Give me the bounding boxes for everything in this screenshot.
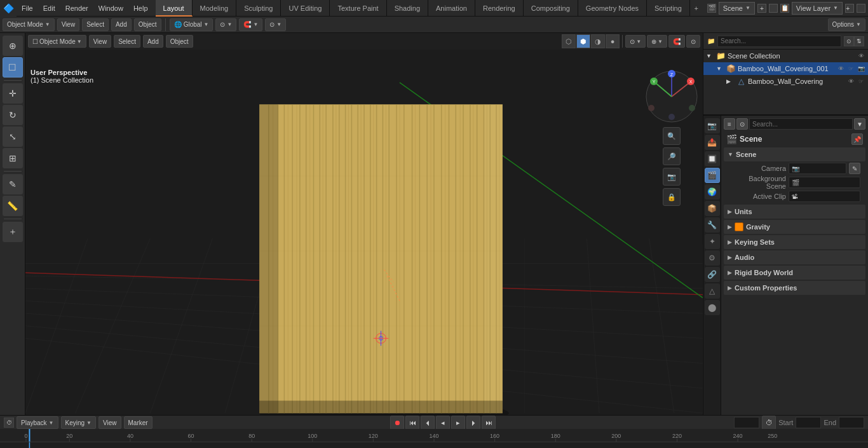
menu-file[interactable]: File <box>17 0 38 17</box>
fps-indicator[interactable]: ⏱ <box>762 416 776 430</box>
menu-render[interactable]: Render <box>60 0 93 17</box>
outliner-item-bamboo-001[interactable]: ▼ 📦 Bamboo_Wall_Covering_001 👁 ☞ 📷 <box>703 62 868 75</box>
camera-edit-icon[interactable]: ✎ <box>849 163 860 174</box>
lookdev-mode-btn[interactable]: ◑ <box>591 34 605 48</box>
rigid-body-section-header[interactable]: ▶ Rigid Body World <box>724 266 865 280</box>
view-menu-timeline[interactable]: View <box>98 416 121 429</box>
menu-help[interactable]: Help <box>128 0 153 17</box>
scene-delete-icon[interactable] <box>769 4 778 13</box>
viewport-proportional-toggle[interactable]: ⊙ <box>686 35 700 48</box>
play-reverse-btn[interactable]: ◂ <box>436 416 450 430</box>
cursor-tool[interactable]: ⊕ <box>3 36 23 56</box>
prop-filter-btn[interactable]: ▼ <box>854 118 865 130</box>
outliner-item-bamboo-mesh[interactable]: ▶ △ Bamboo_Wall_Covering 👁 ☞ <box>703 75 868 88</box>
tab-layout[interactable]: Layout <box>156 0 193 17</box>
solid-mode-btn[interactable]: ⬢ <box>576 34 590 48</box>
background-scene-value[interactable]: 🎬 <box>789 177 860 188</box>
frame-end-input[interactable]: 250 <box>839 417 864 428</box>
prop-tab-scene[interactable]: 🎬 <box>705 168 720 183</box>
viewport-view-btn[interactable]: View <box>89 35 112 48</box>
rotate-tool[interactable]: ↻ <box>3 105 23 125</box>
keying-sets-section-header[interactable]: ▶ Keying Sets <box>724 235 865 249</box>
prop-tab-modifier[interactable]: 🔧 <box>705 217 720 233</box>
scene-add-icon[interactable]: + <box>757 4 766 13</box>
object-mode-selector[interactable]: Object Mode ▼ <box>3 18 55 31</box>
zoom-out-btn[interactable]: 🔎 <box>663 147 681 165</box>
tab-uv-editing[interactable]: UV Editing <box>281 0 330 17</box>
record-button[interactable]: ⏺ <box>390 416 404 430</box>
play-forward-btn[interactable]: ▸ <box>451 416 465 430</box>
navigation-gizmo[interactable]: Z X Y <box>644 69 700 125</box>
render-bamboo-001-icon[interactable]: 📷 <box>857 64 865 73</box>
viewport-add-btn[interactable]: Add <box>143 35 163 48</box>
tab-texture-paint[interactable]: Texture Paint <box>330 0 386 17</box>
scene-section-header[interactable]: ▼ Scene <box>724 147 865 161</box>
proportional-edit-toggle[interactable]: ⊙ ▼ <box>265 18 286 31</box>
collapse-bamboo-001-icon[interactable]: ▼ <box>716 65 724 72</box>
hide-scene-collection-icon[interactable]: 👁 <box>857 51 865 60</box>
active-clip-value[interactable]: 📽 <box>789 191 860 202</box>
tab-compositing[interactable]: Compositing <box>524 0 578 17</box>
prop-tab-output[interactable]: 📤 <box>705 135 720 150</box>
custom-props-section-header[interactable]: ▶ Custom Properties <box>724 281 865 295</box>
outliner-filter-btn[interactable]: ⊙ <box>844 36 854 46</box>
keying-menu[interactable]: Keying ▼ <box>61 416 97 429</box>
scale-tool[interactable]: ⤡ <box>3 126 23 147</box>
tab-shading[interactable]: Shading <box>387 0 428 17</box>
prop-tab-physics[interactable]: ⚙ <box>705 250 720 266</box>
prop-tab-material[interactable]: ⬤ <box>705 300 720 315</box>
menu-window[interactable]: Window <box>93 0 128 17</box>
marker-menu[interactable]: Marker <box>124 416 153 429</box>
prop-tab-object[interactable]: 📦 <box>705 201 720 216</box>
step-forward-btn[interactable]: ⏵ <box>466 416 480 430</box>
viewport-gizmo-toggle[interactable]: ⊕ ▼ <box>647 35 667 48</box>
view-menu[interactable]: View <box>57 18 80 31</box>
tab-animation[interactable]: Animation <box>428 0 475 17</box>
viewport-canvas[interactable]: User Perspective (1) Scene Collection Z <box>25 50 703 415</box>
gravity-enabled-checkbox[interactable] <box>735 222 743 231</box>
view-layer-selector[interactable]: View Layer ▼ <box>792 2 843 15</box>
frame-start-input[interactable]: 1 <box>796 417 821 428</box>
timeline-mode-icon[interactable]: ⏱ <box>4 417 14 428</box>
prop-tab-render[interactable]: 📷 <box>705 118 720 133</box>
timeline-ruler-area[interactable]: 0 20 40 60 80 100 120 140 160 180 200 22… <box>0 430 868 448</box>
tab-sculpting[interactable]: Sculpting <box>236 0 281 17</box>
view-layer-delete-icon[interactable] <box>857 4 865 13</box>
add-workspace-tab-button[interactable]: + <box>690 2 703 15</box>
outliner-search-input[interactable] <box>717 36 841 47</box>
prop-tab-view-layer[interactable]: 🔲 <box>705 151 720 166</box>
select-menu[interactable]: Select <box>82 18 109 31</box>
rendered-mode-btn[interactable]: ● <box>606 34 620 48</box>
prop-tab-data[interactable]: △ <box>705 283 720 299</box>
units-section-header[interactable]: ▶ Units <box>724 205 865 219</box>
hide-bamboo-mesh-icon[interactable]: 👁 <box>846 77 855 86</box>
properties-search-input[interactable] <box>749 118 853 130</box>
zoom-in-btn[interactable]: 🔍 <box>663 127 681 145</box>
measure-tool[interactable]: 📏 <box>3 196 23 216</box>
move-tool[interactable]: ✛ <box>3 83 23 104</box>
transform-space-selector[interactable]: 🌐 Global ▼ <box>170 18 214 31</box>
prop-tab-particles[interactable]: ✦ <box>705 234 720 249</box>
tab-rendering[interactable]: Rendering <box>475 0 524 17</box>
gravity-section-header[interactable]: ▶ Gravity <box>724 220 865 234</box>
lock-camera-btn[interactable]: 🔒 <box>663 188 681 206</box>
viewport-area[interactable]: ☐ Object Mode ▼ View Select Add Object ⬡ <box>25 33 703 415</box>
wireframe-mode-btn[interactable]: ⬡ <box>562 34 576 48</box>
options-button[interactable]: Options ▼ <box>828 18 865 31</box>
scene-selector[interactable]: Scene ▼ <box>719 2 755 15</box>
add-menu[interactable]: Add <box>111 18 132 31</box>
camera-view-btn[interactable]: 📷 <box>663 168 681 186</box>
jump-start-btn[interactable]: ⏮ <box>405 416 419 430</box>
jump-end-btn[interactable]: ⏭ <box>482 416 496 430</box>
collapse-scene-collection-icon[interactable]: ▼ <box>706 53 714 59</box>
camera-value[interactable]: 📷 <box>789 163 846 174</box>
view-layer-add-icon[interactable]: + <box>845 4 854 13</box>
transform-tool[interactable]: ⊞ <box>3 148 23 168</box>
prop-tab-world[interactable]: 🌍 <box>705 184 720 200</box>
annotate-tool[interactable]: ✎ <box>3 174 23 194</box>
outliner-item-scene-collection[interactable]: ▼ 📁 Scene Collection 👁 <box>703 50 868 62</box>
collapse-bamboo-mesh-icon[interactable]: ▶ <box>726 78 734 85</box>
tab-geometry-nodes[interactable]: Geometry Nodes <box>578 0 647 17</box>
menu-edit[interactable]: Edit <box>38 0 60 17</box>
object-menu[interactable]: Object <box>134 18 161 31</box>
